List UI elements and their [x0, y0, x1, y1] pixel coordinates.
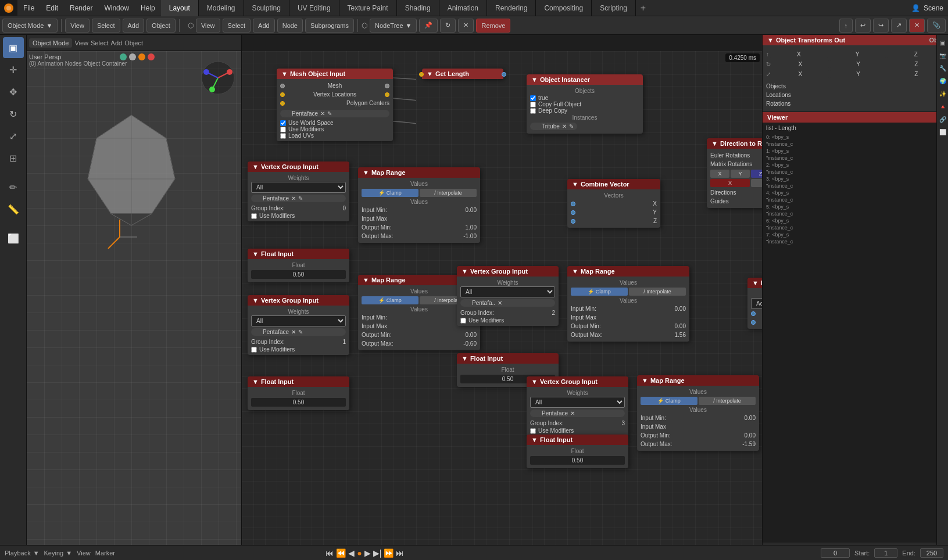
viewport-select-btn[interactable]: Select: [91, 40, 109, 46]
xyz-y-3[interactable]: Y: [830, 70, 887, 78]
mr-4-clamp-btn[interactable]: ⚡ Clamp: [641, 397, 697, 405]
remove-btn[interactable]: Remove: [476, 19, 510, 33]
redo-btn[interactable]: ↪: [873, 19, 889, 33]
node-subprograms-btn[interactable]: Subprograms: [305, 19, 354, 33]
sidebar-icon-transform[interactable]: ⊞: [3, 148, 24, 168]
playback-label[interactable]: Playback: [5, 550, 31, 557]
instance-pill[interactable]: Tritube ✕ ✎: [530, 123, 577, 130]
tab-rendering[interactable]: Rendering: [487, 0, 536, 16]
viewport-object-btn[interactable]: Object: [124, 40, 143, 46]
tab-texture-paint[interactable]: Texture Paint: [339, 0, 397, 16]
sidebar-icon-scale[interactable]: ⤢: [3, 125, 24, 146]
menu-edit[interactable]: Edit: [40, 0, 64, 16]
mr-1-clamp-btn[interactable]: ⚡ Clamp: [362, 189, 418, 197]
edit-object-btn[interactable]: ✎: [327, 110, 332, 117]
vgi-1-object-pill[interactable]: Pentaface ✕ ✎: [251, 195, 346, 202]
vgi-2-all-dropdown[interactable]: All: [251, 315, 346, 326]
vgi-3-use-modifiers-check[interactable]: [460, 318, 466, 324]
play-btn[interactable]: ▶: [364, 548, 371, 558]
add-btn[interactable]: Add: [123, 19, 145, 33]
sidebar-icon-cursor[interactable]: ✛: [3, 59, 24, 80]
right-icon-3[interactable]: 🔧: [938, 63, 948, 73]
sidebar-icon-annotate[interactable]: ✏: [3, 177, 24, 198]
start-frame-input[interactable]: [874, 548, 897, 558]
dtr-z-btn[interactable]: Z: [751, 170, 762, 178]
keying-label[interactable]: Keying: [44, 550, 64, 557]
remove-instance-btn[interactable]: ✕: [562, 123, 567, 130]
vgi-1-use-modifiers-check[interactable]: [251, 213, 257, 219]
right-icon-4[interactable]: 🌍: [938, 76, 948, 86]
xyz-x-2[interactable]: X: [772, 60, 829, 69]
object-mode-selector[interactable]: Object Mode ▼: [2, 19, 58, 33]
menu-window[interactable]: Window: [98, 0, 135, 16]
use-modifiers-check[interactable]: [280, 127, 286, 132]
right-icon-2[interactable]: 📷: [938, 50, 948, 60]
tab-animation[interactable]: Animation: [439, 0, 487, 16]
tab-sculpting[interactable]: Sculpting: [244, 0, 289, 16]
right-icon-6[interactable]: 🔺: [938, 101, 948, 112]
menu-file[interactable]: File: [17, 0, 40, 16]
nodetree-selector[interactable]: NodeTree ▼: [370, 19, 417, 33]
sidebar-icon-rotate[interactable]: ↻: [3, 103, 24, 124]
tab-scripting[interactable]: Scripting: [592, 0, 636, 16]
object-pill[interactable]: Pentaface ✕ ✎: [280, 110, 389, 117]
refresh-btn[interactable]: ↻: [440, 19, 456, 33]
remove-object-btn[interactable]: ✕: [320, 110, 325, 117]
next-frame-btn[interactable]: ▶|: [373, 548, 382, 558]
xyz-y-2[interactable]: Y: [830, 60, 887, 69]
tab-compositing[interactable]: Compositing: [536, 0, 592, 16]
node-select-btn[interactable]: Select: [223, 19, 251, 33]
node-add-btn[interactable]: Add: [253, 19, 275, 33]
right-icon-5[interactable]: ✨: [938, 88, 948, 99]
node-view-btn[interactable]: View: [196, 19, 220, 33]
undo-btn[interactable]: ↩: [855, 19, 871, 33]
select-btn[interactable]: Select: [92, 19, 120, 33]
dtr-y-btn[interactable]: Y: [731, 170, 750, 178]
marker-label[interactable]: Marker: [95, 550, 115, 557]
stop-btn[interactable]: ●: [357, 548, 362, 558]
copy-full-object-check[interactable]: [530, 102, 536, 107]
mr-4-interpolate-btn[interactable]: / Interpolate: [699, 397, 756, 405]
view-btn[interactable]: View: [65, 19, 90, 33]
fi-1-value[interactable]: 0.50: [251, 270, 346, 279]
tab-layout[interactable]: Layout: [161, 0, 199, 16]
viewport-add-btn[interactable]: Add: [111, 40, 123, 46]
xyz-x-3[interactable]: X: [772, 70, 829, 78]
mr-1-interpolate-btn[interactable]: / Interpolate: [420, 189, 477, 197]
mr-3-clamp-btn[interactable]: ⚡ Clamp: [571, 288, 628, 296]
add-workspace-tab[interactable]: +: [636, 0, 650, 16]
tab-shading[interactable]: Shading: [397, 0, 439, 16]
push-pin-btn[interactable]: 📎: [927, 19, 946, 33]
sidebar-icon-select[interactable]: ▣: [3, 37, 24, 58]
current-frame-input[interactable]: [821, 548, 850, 558]
node-node-btn[interactable]: Node: [277, 19, 303, 33]
prev-frame-btn[interactable]: ◀: [348, 548, 355, 558]
jump-start-btn[interactable]: ⏮: [325, 548, 334, 558]
viewport-mode[interactable]: Object Mode: [29, 38, 72, 48]
close-nodetree-btn[interactable]: ✕: [458, 19, 474, 33]
diagonal-btn[interactable]: ↗: [891, 19, 907, 33]
prev-keyframe-btn[interactable]: ⏪: [336, 548, 346, 558]
use-world-space-check[interactable]: [280, 120, 286, 126]
mr-2-clamp-btn[interactable]: ⚡ Clamp: [362, 296, 418, 304]
xyz-x-1[interactable]: X: [770, 50, 828, 59]
dtr-y2-btn[interactable]: Y: [751, 179, 762, 187]
up-arrow-btn[interactable]: ↑: [839, 19, 853, 33]
tab-uv-editing[interactable]: UV Editing: [289, 0, 339, 16]
jump-end-btn[interactable]: ⏭: [396, 548, 404, 558]
scene-selector[interactable]: 👤 Scene: [907, 4, 948, 12]
right-icon-1[interactable]: ▣: [938, 37, 948, 48]
vgi-4-object-pill[interactable]: Pentaface ✕: [530, 410, 625, 417]
vgi-1-all-dropdown[interactable]: All: [251, 182, 346, 193]
menu-help[interactable]: Help: [135, 0, 161, 16]
fi-2-value[interactable]: 0.50: [251, 398, 346, 407]
dtr-x-btn[interactable]: X: [710, 170, 729, 178]
copy-from-source-check[interactable]: [530, 95, 536, 101]
close-right-btn[interactable]: ✕: [909, 19, 925, 33]
vgi-3-object-pill[interactable]: Pentafa.. ✕: [460, 299, 555, 307]
vgi-3-all-dropdown[interactable]: All: [460, 286, 555, 297]
sidebar-icon-move[interactable]: ✥: [3, 81, 24, 102]
viewport-view-btn[interactable]: View: [74, 40, 88, 46]
vgi-2-use-modifiers-check[interactable]: [251, 347, 257, 353]
menu-render[interactable]: Render: [64, 0, 98, 16]
